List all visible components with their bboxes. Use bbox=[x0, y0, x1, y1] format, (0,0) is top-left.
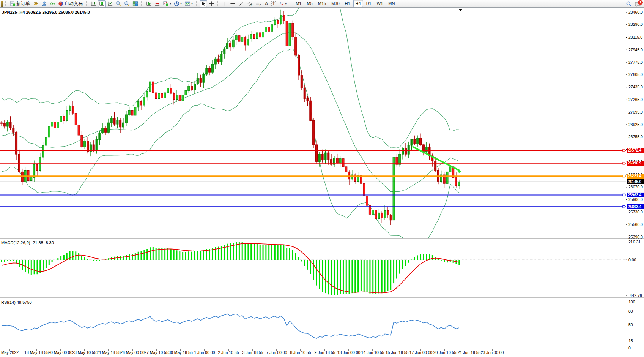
svg-text:100: 100 bbox=[628, 300, 635, 304]
svg-text:27095.0: 27095.0 bbox=[628, 110, 643, 114]
indicators-button[interactable]: ▾ bbox=[162, 0, 172, 7]
trendline-icon bbox=[238, 1, 244, 6]
toolbar-grip[interactable] bbox=[290, 1, 291, 6]
text-button[interactable]: A bbox=[263, 0, 270, 7]
navigator-icon bbox=[41, 1, 47, 6]
svg-text:-442.76: -442.76 bbox=[628, 293, 642, 298]
rsi-indicator-label: RSI(14) 48.5750 bbox=[1, 300, 32, 305]
svg-text:28460.0: 28460.0 bbox=[628, 10, 643, 14]
timeframe-m1[interactable]: M1 bbox=[293, 0, 304, 7]
svg-text:26 May 00:00: 26 May 00:00 bbox=[120, 350, 145, 355]
svg-text:27605.0: 27605.0 bbox=[628, 72, 643, 77]
macd-indicator-label: MACD(12,26,9) -21.88 -8.30 bbox=[1, 240, 54, 245]
main-toolbar: 新订单 自动交易 ▾ ▾ bbox=[0, 0, 644, 8]
tile-windows-button[interactable] bbox=[131, 0, 139, 7]
search-button[interactable] bbox=[625, 0, 633, 7]
periods-button[interactable]: ▾ bbox=[173, 0, 183, 7]
svg-text:0.00: 0.00 bbox=[628, 257, 636, 262]
signals-button[interactable] bbox=[49, 0, 57, 7]
timeframe-m15[interactable]: M15 bbox=[316, 0, 328, 7]
templates-icon bbox=[184, 1, 191, 6]
toolbar-grip[interactable] bbox=[86, 1, 88, 6]
line-chart-icon bbox=[107, 1, 113, 6]
svg-text:26572.4: 26572.4 bbox=[628, 148, 642, 152]
toolbar-grip[interactable] bbox=[141, 1, 143, 6]
autotrading-icon bbox=[58, 1, 64, 6]
zoom-in-icon bbox=[116, 1, 121, 6]
bar-chart-button[interactable] bbox=[90, 0, 98, 7]
svg-text:28290.0: 28290.0 bbox=[628, 22, 643, 27]
notifications-button[interactable]: 1 bbox=[633, 0, 643, 7]
svg-text:27 May 10:55: 27 May 10:55 bbox=[144, 350, 168, 355]
svg-text:9 Jun 18:55: 9 Jun 18:55 bbox=[315, 350, 335, 355]
svg-text:80: 80 bbox=[628, 309, 633, 313]
svg-text:216.31: 216.31 bbox=[628, 240, 641, 244]
fibonacci-button[interactable]: F bbox=[254, 0, 263, 7]
cursor-icon bbox=[201, 1, 206, 6]
toolbar-grip[interactable] bbox=[196, 1, 198, 6]
svg-text:26070.0: 26070.0 bbox=[628, 185, 643, 189]
arrows-button[interactable]: ▾ bbox=[277, 0, 288, 7]
candlestick-button[interactable] bbox=[98, 0, 106, 7]
svg-text:E: E bbox=[251, 4, 253, 6]
chart-canvas[interactable]: 28460.028290.028115.027945.027775.027605… bbox=[0, 8, 644, 357]
svg-text:8 Jun 10:55: 8 Jun 10:55 bbox=[290, 350, 311, 355]
crosshair-button[interactable] bbox=[208, 0, 216, 7]
svg-text:23 May 10:55: 23 May 10:55 bbox=[72, 350, 96, 355]
fibonacci-icon: F bbox=[255, 1, 261, 6]
trendline-button[interactable] bbox=[237, 0, 245, 7]
templates-button[interactable]: ▾ bbox=[183, 0, 194, 7]
svg-text:May 2022: May 2022 bbox=[1, 350, 19, 355]
timeframe-mn[interactable]: MN bbox=[386, 0, 397, 7]
toolbar-grip[interactable] bbox=[217, 1, 219, 6]
cursor-button[interactable] bbox=[200, 0, 207, 7]
horizontal-line-icon bbox=[230, 1, 236, 6]
new-order-icon bbox=[10, 1, 16, 6]
chart-area[interactable]: 28460.028290.028115.027945.027775.027605… bbox=[0, 8, 644, 357]
svg-text:25730.0: 25730.0 bbox=[628, 210, 643, 214]
svg-text:21 Jun 18:55: 21 Jun 18:55 bbox=[458, 350, 481, 355]
cropped-toolbar-icon bbox=[1, 1, 3, 7]
line-chart-button[interactable] bbox=[106, 0, 114, 7]
notification-badge: 1 bbox=[638, 0, 643, 5]
timeframe-w1[interactable]: W1 bbox=[375, 0, 386, 7]
market-watch-button[interactable] bbox=[31, 0, 40, 7]
autotrading-button[interactable]: 自动交易 bbox=[57, 0, 84, 7]
timeframe-h1[interactable]: H1 bbox=[343, 0, 353, 7]
timeframe-d1[interactable]: D1 bbox=[364, 0, 374, 7]
zoom-in-button[interactable] bbox=[115, 0, 123, 7]
svg-text:25560.0: 25560.0 bbox=[628, 222, 643, 227]
svg-text:3 Jun 18:55: 3 Jun 18:55 bbox=[242, 350, 263, 355]
svg-text:F: F bbox=[260, 4, 261, 6]
tile-windows-icon bbox=[132, 1, 138, 6]
text-label-button[interactable]: T bbox=[270, 0, 277, 7]
toolbar-grip[interactable] bbox=[5, 1, 7, 6]
navigator-button[interactable] bbox=[40, 0, 48, 7]
equidistant-channel-button[interactable]: E bbox=[246, 0, 254, 7]
new-order-button[interactable]: 新订单 bbox=[9, 0, 31, 7]
svg-text:2 Jun 10:55: 2 Jun 10:55 bbox=[218, 350, 239, 355]
chevron-down-icon: ▾ bbox=[180, 2, 182, 5]
horizontal-line-button[interactable] bbox=[229, 0, 237, 7]
indicators-icon bbox=[163, 1, 169, 6]
auto-scroll-button[interactable] bbox=[145, 0, 153, 7]
new-order-label: 新订单 bbox=[16, 0, 30, 7]
svg-text:0: 0 bbox=[628, 346, 631, 350]
chart-shift-icon bbox=[154, 1, 160, 6]
svg-text:13 Jun 00:00: 13 Jun 00:00 bbox=[337, 350, 361, 355]
svg-text:30 May 18:55: 30 May 18:55 bbox=[168, 350, 193, 355]
svg-text:14 Jun 10:55: 14 Jun 10:55 bbox=[361, 350, 384, 355]
svg-text:20 Jun 10:55: 20 Jun 10:55 bbox=[433, 350, 457, 355]
search-icon bbox=[626, 1, 632, 7]
timeframe-m5[interactable]: M5 bbox=[304, 0, 315, 7]
timeframe-h4[interactable]: H4 bbox=[353, 0, 363, 7]
chart-shift-button[interactable] bbox=[153, 0, 161, 7]
svg-text:15 Jun 18:55: 15 Jun 18:55 bbox=[386, 350, 409, 355]
zoom-out-button[interactable] bbox=[123, 0, 131, 7]
svg-text:27945.0: 27945.0 bbox=[628, 47, 643, 52]
timeframe-m30[interactable]: M30 bbox=[329, 0, 342, 7]
chevron-down-icon: ▾ bbox=[191, 2, 193, 5]
market-watch-icon bbox=[33, 1, 39, 6]
vertical-line-button[interactable] bbox=[221, 0, 228, 7]
svg-text:26755.0: 26755.0 bbox=[628, 134, 643, 139]
